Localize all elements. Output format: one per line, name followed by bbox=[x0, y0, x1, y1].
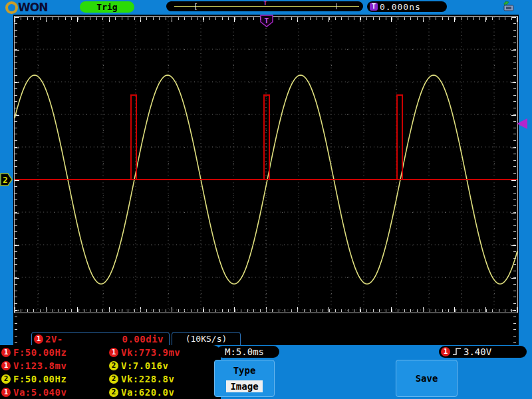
bottom-bar: 1 F:50.00Hz 1 V:123.8mv 2 F:50.00Hz 1 Va… bbox=[0, 345, 532, 399]
top-bar: WON Trig [ T T 0.000ns bbox=[0, 0, 532, 15]
trigger-position-shield[interactable]: T bbox=[259, 15, 275, 28]
channel2-zero-marker[interactable]: 2 bbox=[0, 172, 13, 188]
logo-o-ring-icon bbox=[5, 1, 18, 14]
channel1-position: 0.00div bbox=[122, 334, 164, 344]
window-bracket-marker: [ bbox=[194, 1, 198, 11]
meas-value: Vk:228.8v bbox=[121, 374, 174, 384]
trigger-time-readout: T 0.000ns bbox=[367, 1, 447, 12]
save-button-label: Save bbox=[416, 373, 438, 384]
type-button-value: Image bbox=[226, 380, 262, 392]
meas-badge: 2 bbox=[1, 374, 11, 384]
measurement-row: 1 Vk:773.9mv bbox=[109, 346, 219, 359]
measurements-column-right: 1 Vk:773.9mv 2 V:7.016v 2 Vk:228.8v 2 Va… bbox=[109, 346, 219, 399]
measurements-column-left: 1 F:50.00Hz 1 V:123.8mv 2 F:50.00Hz 1 Va… bbox=[1, 346, 108, 399]
meas-badge: 2 bbox=[109, 361, 118, 370]
meas-value: F:50.00Hz bbox=[13, 374, 66, 384]
measurements-panel: 1 F:50.00Hz 1 V:123.8mv 2 F:50.00Hz 1 Va… bbox=[0, 345, 221, 399]
meas-badge: 2 bbox=[109, 374, 118, 384]
trigger-t-icon: T bbox=[370, 3, 378, 11]
waveform-display-area: 1 2V- 0.00div 2 100V- 0.00div (10KS/s) D… bbox=[13, 15, 519, 345]
save-soft-button[interactable]: Save bbox=[396, 360, 458, 397]
shield-t-label: T bbox=[265, 17, 269, 25]
type-button-title: Type bbox=[215, 365, 274, 376]
meas-value: F:50.00Hz bbox=[13, 347, 66, 358]
usb-save-icon bbox=[501, 1, 517, 12]
meas-value: Vk:773.9mv bbox=[121, 347, 180, 358]
meas-value: V:123.8mv bbox=[13, 360, 66, 371]
brand-logo: WON bbox=[5, 1, 47, 13]
type-soft-button[interactable]: Type Image bbox=[214, 360, 275, 397]
trigger-time-value: 0.000ns bbox=[380, 2, 421, 12]
trigger-level-arrow[interactable] bbox=[517, 118, 527, 129]
logo-text: WON bbox=[18, 1, 47, 14]
rising-edge-icon bbox=[452, 347, 462, 356]
trigger-mini-t-marker: T bbox=[263, 0, 267, 7]
timebase-readout: M:5.0ms bbox=[217, 346, 279, 358]
memory-position-bar[interactable]: [ T bbox=[166, 1, 363, 11]
meas-value: V:7.016v bbox=[121, 360, 168, 371]
measurement-row: 2 Va:620.0v bbox=[109, 386, 219, 399]
meas-badge: 1 bbox=[1, 388, 11, 397]
window-tick-marker bbox=[336, 3, 336, 9]
channel2-marker-label: 2 bbox=[3, 175, 8, 185]
measurement-row: 1 Va:5.040v bbox=[1, 386, 108, 399]
measurement-row: 1 V:123.8mv bbox=[1, 359, 108, 372]
measurement-row: 1 F:50.00Hz bbox=[1, 346, 108, 359]
channel1-badge: 1 bbox=[34, 334, 43, 344]
waveform-canvas bbox=[13, 15, 519, 345]
meas-badge: 1 bbox=[109, 348, 118, 357]
trigger-status-pill: Trig bbox=[80, 1, 134, 13]
trigger-level-readout: 1 3.40V bbox=[439, 346, 527, 358]
trigger-status-label: Trig bbox=[96, 2, 117, 12]
sample-rate: (10KS/s) bbox=[172, 334, 240, 344]
timebase-value: M:5.0ms bbox=[225, 346, 264, 357]
meas-value: Va:620.0v bbox=[121, 387, 174, 398]
waveform-traces bbox=[15, 75, 517, 284]
trigger-source-badge: 1 bbox=[441, 347, 450, 356]
meas-value: Va:5.040v bbox=[13, 387, 66, 398]
grid-dotted-lines bbox=[15, 17, 517, 312]
measurement-row: 2 V:7.016v bbox=[109, 359, 219, 372]
meas-badge: 1 bbox=[1, 361, 11, 370]
measurement-row: 2 Vk:228.8v bbox=[109, 372, 219, 386]
channel1-info-row: 1 2V- 0.00div bbox=[32, 332, 169, 346]
meas-badge: 2 bbox=[109, 388, 118, 397]
meas-badge: 1 bbox=[1, 348, 11, 357]
trigger-level-value: 3.40V bbox=[464, 346, 491, 357]
channel1-scale: 2V- bbox=[45, 334, 63, 344]
measurement-row: 2 F:50.00Hz bbox=[1, 372, 108, 386]
